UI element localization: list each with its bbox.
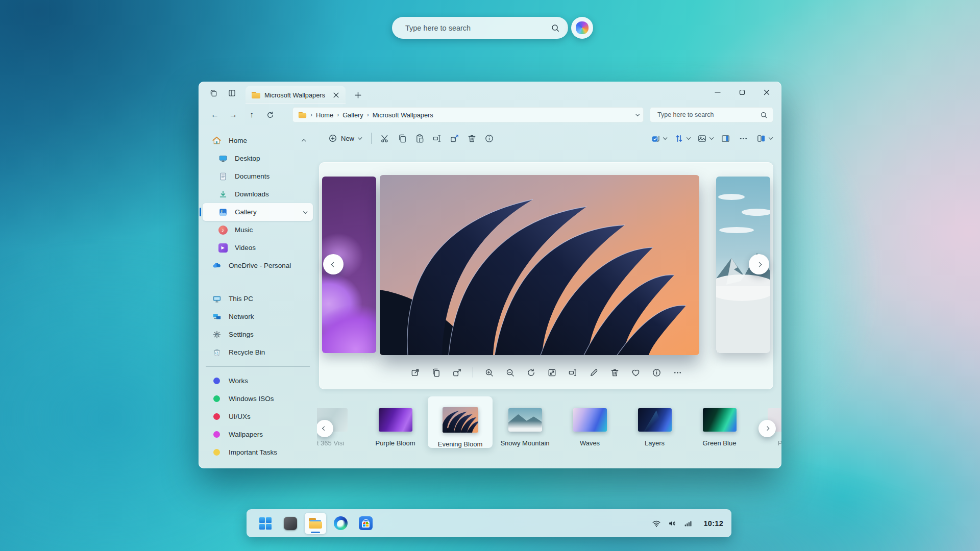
chevron-down-icon[interactable] (635, 112, 640, 116)
thumbnail-evening-bloom[interactable]: Evening Bloom (428, 396, 493, 448)
rename-button[interactable] (567, 366, 579, 379)
back-button[interactable]: ← (208, 108, 222, 122)
taskbar-file-explorer[interactable] (305, 513, 326, 534)
videos-icon (218, 243, 228, 253)
breadcrumb-item-gallery[interactable]: Gallery (342, 111, 363, 119)
sidebar-item-desktop[interactable]: Desktop (203, 149, 313, 167)
sidebar-tag-windows-isos[interactable]: Windows ISOs (203, 390, 313, 408)
view-button[interactable] (694, 132, 716, 145)
sidebar-item-this-pc[interactable]: This PC (203, 290, 313, 308)
more-options-button[interactable] (736, 132, 751, 145)
breadcrumb-item-microsoft-wallpapers[interactable]: Microsoft Wallpapers (373, 111, 433, 119)
thumbnail-label: Waves (580, 439, 600, 447)
start-button[interactable] (255, 513, 276, 534)
chevron-down-icon[interactable] (303, 209, 307, 213)
new-tab-button[interactable] (352, 89, 364, 101)
sidebar-tag-works[interactable]: Works (203, 372, 313, 390)
favorite-button[interactable] (629, 366, 642, 379)
tag-label: UI/UXs (229, 413, 251, 420)
taskbar-edge[interactable] (330, 513, 351, 534)
window-controls (712, 87, 772, 98)
new-button[interactable]: New (324, 131, 365, 146)
properties-button[interactable] (482, 131, 497, 146)
wifi-button[interactable] (652, 519, 661, 528)
more-button[interactable] (671, 366, 683, 379)
select-button[interactable] (648, 132, 669, 145)
strip-next-button[interactable] (758, 420, 776, 437)
evening-bloom-image (380, 175, 699, 355)
sidebar-item-music[interactable]: Music (203, 221, 313, 239)
edit-button[interactable] (587, 366, 600, 379)
vertical-tabs-button[interactable] (225, 86, 238, 99)
forward-button[interactable]: → (226, 108, 240, 122)
rename-button[interactable] (430, 131, 445, 146)
copilot-button[interactable] (571, 17, 593, 39)
volume-button[interactable] (668, 519, 677, 528)
breadcrumb[interactable]: › Home › Gallery › Microsoft Wallpapers (292, 107, 644, 122)
sidebar-item-home[interactable]: Home (203, 132, 313, 149)
thumbnail-snowy-mountain[interactable]: Snowy Mountain (493, 396, 557, 448)
sidebar-tag-ui-uxs[interactable]: UI/UXs (203, 408, 313, 425)
zoom-in-button[interactable] (483, 366, 495, 379)
open-external-icon (410, 368, 420, 378)
sidebar-tag-wallpapers[interactable]: Wallpapers (203, 425, 313, 443)
maximize-button[interactable] (737, 87, 748, 98)
sidebar-item-downloads[interactable]: Downloads (203, 185, 313, 203)
thumbnail-row: t 365 Visi Purple Bloom (317, 396, 781, 448)
sort-button[interactable] (671, 132, 693, 145)
sidebar-item-documents[interactable]: Documents (203, 167, 313, 185)
tab-stack-button[interactable] (207, 86, 220, 99)
delete-button[interactable] (464, 131, 480, 146)
taskbar-store[interactable] (355, 513, 376, 534)
desktop-search-input[interactable] (404, 23, 551, 33)
tab-microsoft-wallpapers[interactable]: Microsoft Wallpapers (246, 86, 346, 104)
thumbnail-purple-bloom[interactable]: Purple Bloom (363, 396, 428, 448)
up-button[interactable]: ↑ (244, 108, 259, 122)
sidebar-item-videos[interactable]: Videos (203, 239, 313, 257)
zoom-out-button[interactable] (504, 366, 516, 379)
thumbnail-layers[interactable]: Layers (622, 396, 687, 448)
preview-pane-button[interactable] (718, 132, 733, 145)
minimize-button[interactable] (712, 87, 723, 98)
cut-button[interactable] (378, 131, 393, 146)
tab-close-button[interactable] (331, 90, 340, 99)
sidebar-item-label: Recycle Bin (229, 348, 265, 356)
desktop: Microsoft Wallpapers ← → ↑ (0, 0, 980, 551)
desktop-search-bar[interactable] (392, 17, 568, 39)
delete-button[interactable] (608, 366, 621, 379)
more-icon (673, 368, 682, 378)
breadcrumb-item-home[interactable]: Home (316, 111, 333, 119)
thumbnail-green-blue[interactable]: Green Blue (687, 396, 752, 448)
close-window-button[interactable] (761, 87, 772, 98)
sidebar-item-network[interactable]: Network (203, 308, 313, 325)
copy-button[interactable] (430, 366, 442, 379)
sort-icon (674, 134, 684, 143)
selected-wallpaper-preview[interactable] (380, 175, 699, 355)
taskbar-app-dark[interactable] (280, 513, 301, 534)
explorer-search-input[interactable] (656, 111, 760, 119)
carousel-next-button[interactable] (749, 254, 769, 274)
resize-button[interactable] (546, 366, 558, 379)
wifi-icon (652, 519, 661, 528)
sidebar-item-gallery[interactable]: Gallery (203, 203, 313, 221)
info-button[interactable] (650, 366, 663, 379)
chevron-up-icon[interactable] (302, 139, 306, 143)
rotate-button[interactable] (525, 366, 537, 379)
copy-button[interactable] (395, 131, 410, 146)
clock[interactable]: 10:12 (703, 519, 723, 528)
share-button[interactable] (447, 131, 462, 146)
carousel-previous-button[interactable] (323, 254, 344, 274)
sidebar-item-onedrive[interactable]: OneDrive - Personal (203, 257, 313, 274)
chevron-left-icon (323, 427, 327, 431)
sidebar-item-recycle-bin[interactable]: Recycle Bin (203, 343, 313, 361)
details-pane-button[interactable] (753, 132, 775, 145)
sidebar-item-settings[interactable]: Settings (203, 325, 313, 343)
network-signal-button[interactable] (683, 519, 693, 528)
sidebar-tag-important-tasks[interactable]: Important Tasks (203, 443, 313, 461)
explorer-search-box[interactable] (650, 107, 773, 122)
open-button[interactable] (409, 366, 421, 379)
paste-button[interactable] (412, 131, 428, 146)
refresh-button[interactable] (263, 108, 277, 122)
share-button[interactable] (451, 366, 463, 379)
thumbnail-waves[interactable]: Waves (557, 396, 622, 448)
